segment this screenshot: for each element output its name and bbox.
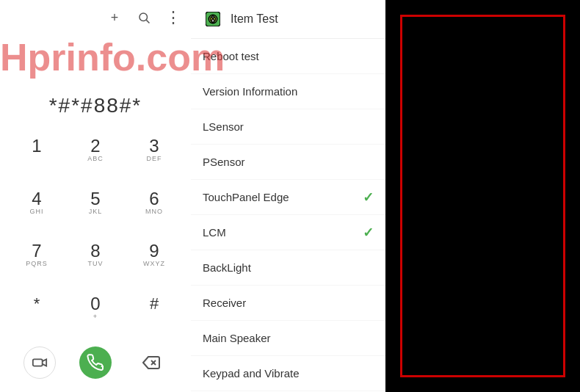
menu-item-lsensor[interactable]: LSensor	[191, 109, 385, 145]
dial-key-star[interactable]: *	[7, 287, 66, 330]
menu-item-reboot[interactable]: Reboot test	[191, 39, 385, 74]
dial-key-1[interactable]: 1	[7, 129, 66, 172]
screen-display	[400, 15, 565, 377]
dial-grid: 1 2 ABC 3 DEF 4 GHI 5 JKL 6 MNO 7 PQRS 8	[0, 129, 191, 339]
checkmark-lcm: ✓	[363, 225, 374, 241]
dial-key-hash[interactable]: #	[125, 287, 184, 330]
dial-key-6[interactable]: 6 MNO	[125, 182, 184, 225]
dial-key-2[interactable]: 2 ABC	[66, 129, 125, 172]
dial-display: *#*#88#*	[0, 79, 191, 129]
menu-item-keypad[interactable]: Keypad and Vibrate	[191, 356, 385, 391]
phone-bottom-bar	[0, 339, 191, 392]
dial-key-8[interactable]: 8 TUV	[66, 234, 125, 277]
more-options-icon[interactable]: ⋮	[164, 9, 182, 26]
dial-key-7[interactable]: 7 PQRS	[7, 234, 66, 277]
delete-button[interactable]	[135, 346, 167, 379]
add-contact-icon[interactable]: +	[106, 9, 123, 26]
menu-item-lcm[interactable]: LCM ✓	[191, 215, 385, 250]
menu-item-main-speaker[interactable]: Main Speaker	[191, 321, 385, 356]
menu-item-receiver[interactable]: Receiver	[191, 286, 385, 321]
svg-point-0	[139, 13, 148, 21]
dial-key-0[interactable]: 0 +	[66, 287, 125, 330]
svg-rect-2	[33, 359, 43, 366]
app-icon	[203, 9, 223, 29]
svg-line-1	[146, 20, 149, 23]
checkmark-touchpanel: ✓	[363, 189, 374, 206]
menu-item-psensor[interactable]: PSensor	[191, 145, 385, 180]
dial-key-5[interactable]: 5 JKL	[66, 182, 125, 225]
search-icon[interactable]	[135, 9, 153, 26]
screen-panel	[385, 0, 580, 392]
phone-header: + ⋮	[0, 0, 191, 35]
menu-item-touchpanel[interactable]: TouchPanel Edge ✓	[191, 180, 385, 215]
menu-panel: Item Test Reboot test Version Informatio…	[191, 0, 385, 392]
call-button[interactable]	[79, 346, 112, 379]
menu-item-backlight[interactable]: BackLight	[191, 250, 385, 286]
menu-title: Item Test	[231, 12, 278, 26]
dial-key-4[interactable]: 4 GHI	[7, 182, 66, 225]
menu-item-version[interactable]: Version Information	[191, 74, 385, 109]
video-call-button[interactable]	[23, 346, 56, 379]
dial-key-9[interactable]: 9 WXYZ	[125, 234, 184, 277]
svg-point-8	[212, 16, 214, 18]
phone-panel: + ⋮ Hprinfo.com *#*#88#* 1 2 ABC 3 DEF 4…	[0, 0, 191, 392]
menu-header: Item Test	[191, 0, 385, 39]
svg-rect-9	[212, 19, 214, 22]
watermark: Hprinfo.com	[0, 37, 191, 79]
dial-key-3[interactable]: 3 DEF	[125, 129, 184, 172]
